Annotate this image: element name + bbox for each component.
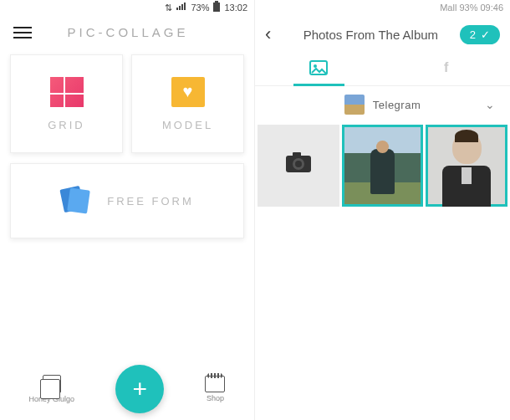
- svg-rect-1: [215, 1, 218, 3]
- tab-facebook[interactable]: f: [383, 54, 511, 85]
- tab-gallery[interactable]: [255, 54, 383, 85]
- svg-point-3: [314, 64, 317, 68]
- album-thumb-icon: [344, 95, 365, 115]
- album-name: Telegram: [373, 99, 421, 111]
- grid-icon: [50, 77, 84, 107]
- battery-icon: [212, 1, 221, 14]
- clock-time: 13:02: [224, 3, 247, 13]
- source-tabs: f: [255, 54, 510, 86]
- status-text-right: Mall 93% 09:46: [440, 3, 503, 13]
- svg-rect-5: [293, 152, 301, 157]
- status-bar-right: Mall 93% 09:46: [255, 0, 510, 15]
- nav-right-label: Shop: [207, 394, 224, 402]
- nav-collages[interactable]: Honey Giulgo: [29, 375, 75, 403]
- svg-rect-0: [213, 3, 220, 12]
- stack-icon: [43, 375, 61, 393]
- freeform-label: FREE FORM: [107, 195, 194, 207]
- grid-card[interactable]: GRID: [10, 54, 123, 153]
- lte-icon: ⇅: [165, 3, 172, 13]
- grid-label: GRID: [48, 119, 85, 131]
- signal-icon: [176, 3, 187, 13]
- plus-icon: +: [132, 375, 147, 403]
- freeform-icon: [60, 186, 90, 216]
- bottom-nav: Honey Giulgo + Shop: [0, 365, 254, 413]
- camera-cell[interactable]: [258, 125, 339, 207]
- fab-add[interactable]: +: [115, 365, 164, 413]
- photo-thumbnail-1[interactable]: [342, 125, 424, 207]
- right-header: ‹ Photos From The Album 2 ✓: [255, 15, 510, 54]
- selection-confirm-button[interactable]: 2 ✓: [460, 25, 500, 44]
- image-icon: [309, 64, 328, 78]
- facebook-icon: f: [444, 60, 448, 74]
- photo-grid: [255, 123, 510, 208]
- status-bar-left: ⇅ 73% 13:02: [0, 0, 254, 15]
- heart-icon: ♥: [171, 77, 205, 107]
- chevron-down-icon: ⌄: [485, 98, 495, 111]
- left-header: PIC-COLLAGE: [0, 15, 254, 54]
- battery-percent: 73%: [191, 3, 209, 13]
- freeform-card[interactable]: FREE FORM: [10, 163, 244, 238]
- model-card[interactable]: ♥ MODEL: [131, 54, 244, 153]
- shop-icon: [205, 376, 225, 392]
- svg-point-7: [295, 161, 302, 167]
- app-title: PIC-COLLAGE: [15, 25, 241, 39]
- photo-thumbnail-2[interactable]: [426, 125, 507, 207]
- album-selector[interactable]: Telegram ⌄: [255, 86, 510, 123]
- nav-shop[interactable]: Shop: [205, 376, 225, 402]
- model-label: MODEL: [162, 119, 213, 131]
- page-title: Photos From The Album: [288, 28, 453, 42]
- back-icon[interactable]: ‹: [265, 23, 282, 45]
- check-icon: ✓: [481, 28, 490, 41]
- camera-icon: [284, 151, 313, 180]
- selection-count: 2: [470, 28, 476, 41]
